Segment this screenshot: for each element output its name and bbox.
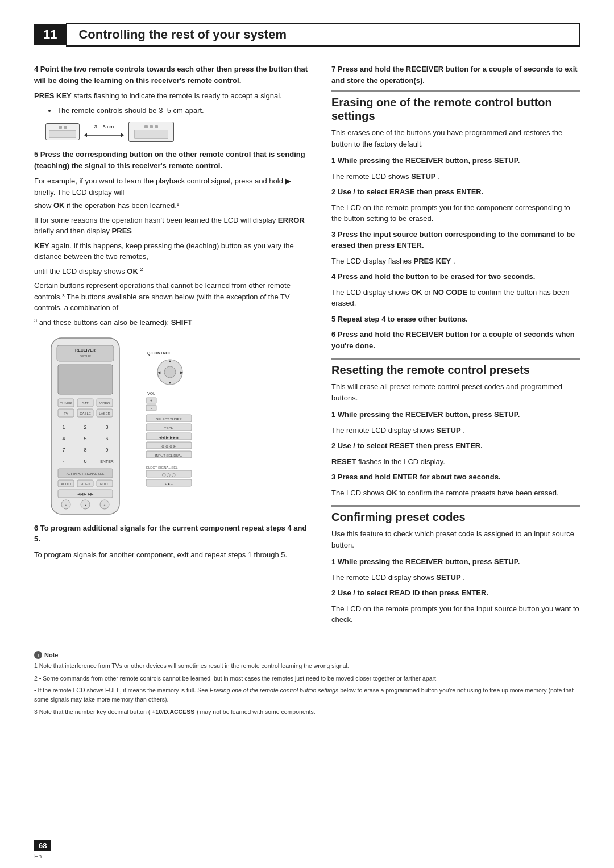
step-5-learned: 3 and these buttons can also be learned)… <box>34 317 309 328</box>
erase-step1: 1 While pressing the RECEIVER button, pr… <box>331 155 580 166</box>
svg-text:LASER: LASER <box>99 412 110 415</box>
erase-step5: 5 Repeat step 4 to erase other buttons. <box>331 314 580 325</box>
confirm-step1: 1 While pressing the RECEIVER button, pr… <box>331 556 580 567</box>
erase-step3: 3 Press the input source button correspo… <box>331 229 580 251</box>
svg-text:·: · <box>63 458 65 464</box>
note-box: i Note 1 Note that interference from TVs… <box>34 646 580 717</box>
reset-step1: 1 While pressing the RECEIVER button, pr… <box>331 409 580 420</box>
step-5-ok: show OK if the operation has been learne… <box>34 200 309 211</box>
svg-marker-2 <box>121 133 124 137</box>
left-column: 4 Point the two remote controls towards … <box>34 64 309 629</box>
note-icon: i <box>34 651 42 659</box>
erasing-intro: This erases one of the buttons you have … <box>331 127 580 149</box>
step-5-certain: Certain buttons represent operations tha… <box>34 280 309 314</box>
remote-small-left <box>45 123 80 140</box>
svg-text:◀◀ ▶ ▶▶: ◀◀ ▶ ▶▶ <box>77 492 94 496</box>
svg-text:SAT: SAT <box>82 402 89 405</box>
step-5-if-not: If for some reasons the operation hasn't… <box>34 215 309 237</box>
svg-text:ALT INPUT SIGNAL SEL: ALT INPUT SIGNAL SEL <box>67 472 105 475</box>
svg-text:SELECT TUNER: SELECT TUNER <box>156 418 182 421</box>
erase-step1-text: The remote LCD shows SETUP . <box>331 171 580 182</box>
svg-marker-1 <box>84 133 87 137</box>
svg-text:◯ ◯ ◯: ◯ ◯ ◯ <box>162 473 176 477</box>
distance-arrow: 3 – 5 cm <box>84 124 124 140</box>
svg-text:▶: ▶ <box>180 370 184 374</box>
svg-text:VIDEO: VIDEO <box>99 402 110 405</box>
svg-text:AUDIO: AUDIO <box>61 482 71 486</box>
chapter-header: 11 Controlling the rest of your system <box>34 23 580 47</box>
step-4-pres-key: PRES KEY starts flashing to indicate the… <box>34 90 309 102</box>
svg-text:9: 9 <box>105 447 108 453</box>
svg-text:ENTER: ENTER <box>100 460 114 464</box>
erasing-section-title: Erasing one of the remote control button… <box>331 95 580 123</box>
svg-text:+: + <box>104 503 106 507</box>
confirming-section-bar <box>331 505 580 507</box>
svg-text:▼: ▼ <box>168 381 172 385</box>
page-lang: En <box>34 853 42 859</box>
reset-step2-text: RESET flashes in the LCD display. <box>331 456 580 468</box>
confirm-step2: 2 Use / to select READ ID then press ENT… <box>331 587 580 599</box>
erase-step2-text: The LCD on the remote prompts you for th… <box>331 202 580 224</box>
svg-text:⊗ ⊗ ⊗ ⊗: ⊗ ⊗ ⊗ ⊗ <box>161 445 176 448</box>
svg-text:4: 4 <box>62 436 65 441</box>
step-4-heading: 4 Point the two remote controls towards … <box>34 64 309 86</box>
svg-text:8: 8 <box>84 447 86 453</box>
page-number: 68 <box>34 840 51 851</box>
svg-text:ELECT SIGNAL SEL: ELECT SIGNAL SEL <box>146 466 178 469</box>
svg-text:◀◀ ▶ ▶▶ ■: ◀◀ ▶ ▶▶ ■ <box>159 436 179 439</box>
reset-step3-text: The LCD shows OK to confirm the remote p… <box>331 487 580 499</box>
erase-step6: 6 Press and hold the RECEIVER button for… <box>331 329 580 351</box>
resetting-section-bar <box>331 358 580 360</box>
svg-text:6: 6 <box>105 436 108 441</box>
step-5-until: until the LCD display shows OK 2 <box>34 266 309 277</box>
svg-point-50 <box>164 366 176 378</box>
erase-step3-sub: The LCD display flashes PRES KEY . <box>331 256 580 267</box>
chapter-title: Controlling the rest of your system <box>66 23 580 47</box>
erase-step2: 2 Use / to select ERASE then press ENTER… <box>331 186 580 198</box>
note-2b: • If the remote LCD shows FULL, it means… <box>34 686 580 704</box>
step-5-key-again: KEY again. If this happens, keep pressin… <box>34 240 309 262</box>
svg-text:MULTI: MULTI <box>100 482 110 486</box>
note-1: 1 Note that interference from TVs or oth… <box>34 662 580 671</box>
reset-step1-text: The remote LCD display shows SETUP . <box>331 425 580 436</box>
remote-image-area: RECEIVER SETUP TUNER SAT VIDEO TV CABLE <box>34 335 309 517</box>
confirm-step1-text: The remote LCD display shows SETUP . <box>331 572 580 583</box>
erase-step4: 4 Press and hold the button to be erased… <box>331 271 580 282</box>
right-column: 7 Press and hold the RECEIVER button for… <box>331 64 580 629</box>
svg-text:●: ● <box>84 503 86 507</box>
erasing-section-bar <box>331 90 580 92</box>
confirm-step2-text: The LCD on the remote prompts you for th… <box>331 603 580 625</box>
step-7-heading: 7 Press and hold the RECEIVER button for… <box>331 64 580 86</box>
step-4-bullet: The remote controls should be 3–5 cm apa… <box>57 105 309 116</box>
svg-text:+ ● +: + ● + <box>165 482 173 486</box>
svg-text:5: 5 <box>84 436 86 441</box>
svg-text:VIDEO: VIDEO <box>80 482 90 486</box>
side-control-svg: Q.CONTROL ▲ ▼ ◀ ▶ VOL + - SELECT <box>144 347 196 506</box>
svg-text:Q.CONTROL: Q.CONTROL <box>147 351 172 356</box>
svg-text:INPUT SEL DUAL: INPUT SEL DUAL <box>155 454 183 457</box>
svg-text:TV: TV <box>64 412 68 415</box>
svg-text:2: 2 <box>84 424 86 430</box>
remote-large-right <box>128 122 174 142</box>
resetting-section-title: Resetting the remote control presets <box>331 363 580 377</box>
step-5-heading: 5 Press the corresponding button on the … <box>34 149 309 171</box>
note-3: 3 Note that the number key decimal butto… <box>34 708 580 717</box>
note-title: i Note <box>34 651 580 660</box>
confirming-section-title: Confirming preset codes <box>331 510 580 524</box>
svg-text:0: 0 <box>84 458 86 464</box>
svg-text:+: + <box>65 503 67 507</box>
step-6-text: To program signals for another component… <box>34 549 309 561</box>
reset-step3: 3 Press and hold ENTER for about two sec… <box>331 471 580 483</box>
svg-text:CABLE: CABLE <box>80 412 91 415</box>
svg-text:VOL: VOL <box>147 391 155 395</box>
svg-rect-7 <box>58 365 113 394</box>
svg-text:TUNER: TUNER <box>60 402 72 405</box>
confirming-intro: Use this feature to check which preset c… <box>331 528 580 550</box>
step-6-heading: 6 To program additional signals for the … <box>34 523 309 545</box>
distance-diagram: 3 – 5 cm <box>45 122 309 142</box>
chapter-number: 11 <box>34 24 66 45</box>
step-5-example: For example, if you want to learn the pl… <box>34 176 309 198</box>
resetting-intro: This will erase all preset remote contro… <box>331 381 580 403</box>
note-2: 2 • Some commands from other remote cont… <box>34 674 580 683</box>
svg-text:3: 3 <box>105 424 108 430</box>
